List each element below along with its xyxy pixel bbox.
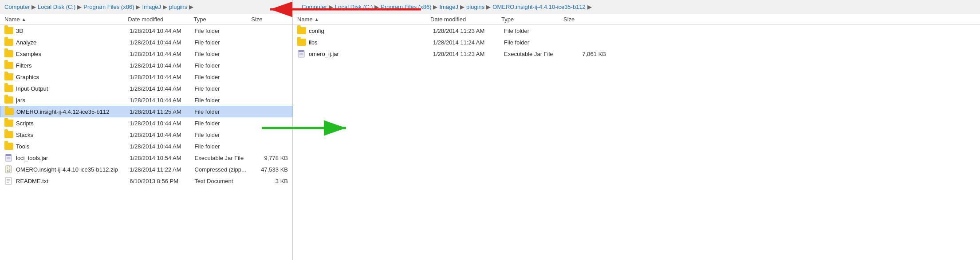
row-type: File folder	[195, 120, 252, 127]
left-breadcrumb: Computer ▶ Local Disk (C:) ▶ Program Fil…	[0, 0, 292, 14]
row-date: 1/28/2014 11:23 AM	[433, 28, 504, 34]
list-item[interactable]: README.txt 6/10/2013 8:56 PM Text Docume…	[0, 175, 292, 187]
red-arrow	[257, 0, 425, 20]
list-item[interactable]: omero_ij.jar 1/28/2014 11:23 AM Executab…	[293, 48, 980, 60]
row-type: Compressed (zipp...	[195, 166, 252, 173]
row-name: Input-Output	[16, 85, 130, 92]
row-name: Analyze	[16, 39, 130, 46]
row-type: File folder	[195, 74, 252, 80]
row-date: 1/28/2014 10:44 AM	[130, 132, 194, 138]
row-name: Filters	[16, 62, 130, 69]
row-type: File folder	[504, 39, 566, 46]
row-type: File folder	[195, 97, 252, 104]
folder-icon	[4, 119, 13, 127]
breadcrumb-imagej[interactable]: ImageJ	[142, 4, 161, 10]
row-type: Executable Jar File	[195, 155, 252, 161]
row-name: Examples	[16, 51, 130, 57]
row-name: Stacks	[16, 132, 130, 138]
row-type: File folder	[195, 51, 252, 57]
right-col-header-size[interactable]: Size	[563, 16, 608, 23]
row-name: OMERO.insight-ij-4.4.10-ice35-b112.zip	[16, 166, 130, 173]
row-date: 1/28/2014 10:44 AM	[130, 74, 194, 80]
row-size: 3 KB	[252, 178, 292, 184]
row-date: 1/28/2014 10:44 AM	[130, 120, 194, 127]
left-column-headers: Name ▲ Date modified Type Size	[0, 14, 292, 25]
list-item[interactable]: Analyze 1/28/2014 10:44 AM File folder	[0, 36, 292, 48]
list-item[interactable]: Tools 1/28/2014 10:44 AM File folder	[0, 140, 292, 152]
jar-icon	[297, 50, 306, 58]
breadcrumb-localdisk[interactable]: Local Disk (C:)	[38, 4, 75, 10]
right-panel: Computer ▶ Local Disk (C:) ▶ Program Fil…	[293, 0, 980, 260]
right-breadcrumb-imagej[interactable]: ImageJ	[439, 4, 458, 10]
row-type: File folder	[195, 62, 252, 69]
row-type: File folder	[195, 143, 252, 150]
right-col-header-type[interactable]: Type	[501, 16, 563, 23]
row-date: 1/28/2014 10:54 AM	[130, 155, 194, 161]
right-file-list: config 1/28/2014 11:23 AM File folder li…	[293, 25, 980, 260]
row-name: Tools	[16, 143, 130, 150]
row-date: 1/28/2014 11:24 AM	[433, 39, 504, 46]
folder-icon	[4, 84, 13, 92]
row-type: File folder	[194, 108, 251, 115]
row-name: Graphics	[16, 74, 130, 80]
folder-icon	[4, 61, 13, 69]
breadcrumb-plugins[interactable]: plugins	[169, 4, 187, 10]
row-type: File folder	[195, 132, 252, 138]
list-item[interactable]: Graphics 1/28/2014 10:44 AM File folder	[0, 71, 292, 83]
svg-rect-16	[299, 50, 304, 52]
svg-text:ZIP: ZIP	[7, 169, 11, 172]
folder-icon	[297, 38, 306, 46]
list-item[interactable]: Examples 1/28/2014 10:44 AM File folder	[0, 48, 292, 60]
right-breadcrumb-omero[interactable]: OMERO.insight-ij-4.4.10-ice35-b112	[492, 4, 586, 10]
folder-icon	[4, 50, 13, 58]
list-item[interactable]: Scripts 1/28/2014 10:44 AM File folder	[0, 117, 292, 129]
breadcrumb-computer[interactable]: Computer	[4, 4, 30, 10]
zip-icon: ZIP	[4, 165, 13, 173]
row-date: 1/28/2014 11:23 AM	[433, 51, 504, 57]
row-date: 1/28/2014 11:22 AM	[130, 166, 194, 173]
list-item[interactable]: Filters 1/28/2014 10:44 AM File folder	[0, 60, 292, 71]
list-item[interactable]: config 1/28/2014 11:23 AM File folder	[293, 25, 980, 36]
row-name: omero_ij.jar	[309, 51, 433, 57]
row-name: jars	[16, 97, 130, 104]
row-type: Executable Jar File	[504, 51, 566, 57]
folder-icon	[4, 131, 13, 139]
list-item[interactable]: libs 1/28/2014 11:24 AM File folder	[293, 36, 980, 48]
list-item[interactable]: ZIP OMERO.insight-ij-4.4.10-ice35-b112.z…	[0, 164, 292, 175]
jar-icon	[4, 154, 13, 162]
row-name: OMERO.insight-ij-4.4.12-ice35-b112	[16, 108, 130, 115]
row-date: 1/28/2014 10:44 AM	[130, 62, 194, 69]
list-item[interactable]: Stacks 1/28/2014 10:44 AM File folder	[0, 129, 292, 140]
breadcrumb-programfiles[interactable]: Program Files (x86)	[83, 4, 134, 10]
row-date: 1/28/2014 11:25 AM	[130, 108, 194, 115]
folder-icon	[297, 27, 306, 35]
row-type: File folder	[195, 85, 252, 92]
left-panel: Computer ▶ Local Disk (C:) ▶ Program Fil…	[0, 0, 293, 260]
txt-icon	[4, 177, 13, 185]
row-size: 7,861 KB	[566, 51, 610, 57]
list-item[interactable]: OMERO.insight-ij-4.4.12-ice35-b112 1/28/…	[0, 106, 292, 117]
right-breadcrumb-plugins[interactable]: plugins	[466, 4, 484, 10]
row-date: 1/28/2014 10:44 AM	[130, 97, 194, 104]
row-date: 1/28/2014 10:44 AM	[130, 28, 194, 34]
row-name: README.txt	[16, 178, 130, 184]
col-header-name[interactable]: Name ▲	[4, 16, 128, 23]
col-header-date[interactable]: Date modified	[128, 16, 193, 23]
list-item[interactable]: loci_tools.jar 1/28/2014 10:54 AM Execut…	[0, 152, 292, 164]
row-date: 1/28/2014 10:44 AM	[130, 51, 194, 57]
col-header-type[interactable]: Type	[193, 16, 251, 23]
row-type: Text Document	[195, 178, 252, 184]
folder-icon	[4, 96, 13, 104]
row-name: 3D	[16, 28, 130, 34]
svg-rect-3	[6, 154, 11, 156]
right-col-header-date[interactable]: Date modified	[430, 16, 501, 23]
list-item[interactable]: Input-Output 1/28/2014 10:44 AM File fol…	[0, 83, 292, 94]
folder-icon	[4, 142, 13, 150]
list-item[interactable]: jars 1/28/2014 10:44 AM File folder	[0, 94, 292, 106]
row-name: libs	[309, 39, 433, 46]
row-date: 6/10/2013 8:56 PM	[130, 178, 194, 184]
folder-icon	[4, 27, 13, 35]
list-item[interactable]: 3D 1/28/2014 10:44 AM File folder	[0, 25, 292, 36]
row-name: loci_tools.jar	[16, 155, 130, 161]
row-type: File folder	[195, 28, 252, 34]
